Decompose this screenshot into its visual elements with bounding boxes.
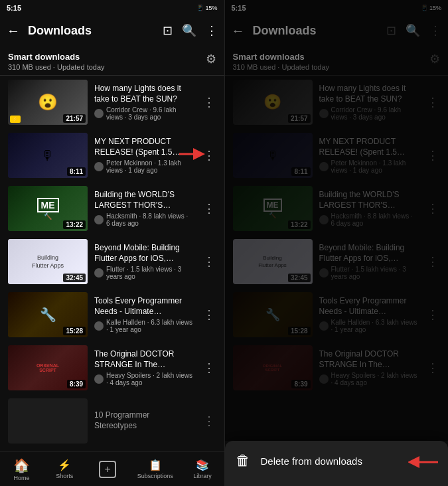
- list-item[interactable]: 🔧 15:28 Tools Every Programmer Needs - U…: [0, 288, 224, 341]
- video-title-4: Beyond Mobile: Building Flutter Apps for…: [94, 243, 194, 264]
- list-item[interactable]: ME 🔨 13:22 Building the WORLD'S LARGEST …: [0, 182, 224, 235]
- library-label-left: Library: [193, 473, 212, 479]
- subscriptions-label-left: Subscriptions: [137, 473, 173, 479]
- nav-subscriptions-left[interactable]: 📋 Subscriptions: [129, 455, 181, 483]
- home-icon-left: 🏠: [13, 457, 30, 473]
- thumb-duration-5: 15:28: [63, 327, 86, 335]
- video-title-7: 10 Programmer Stereotypes: [94, 410, 194, 431]
- video-info-3: Building the WORLD'S LARGEST THOR'S HAMM…: [94, 190, 194, 227]
- video-info-4: Beyond Mobile: Building Flutter Apps for…: [94, 243, 194, 280]
- arrow-indicator-right: [408, 453, 441, 473]
- video-meta-2: Peter Mckinnon · 1.3 lakh views · 1 day …: [94, 159, 194, 174]
- smart-subtitle-left: 310 MB used · Updated today: [8, 63, 105, 71]
- thumb-badge-1: ⚡: [10, 116, 21, 123]
- more-button-3[interactable]: ⋮: [200, 199, 218, 218]
- channel-dot-4: [94, 268, 104, 278]
- more-icon-left[interactable]: ⋮: [206, 23, 218, 38]
- header-icons-left: ⊡ 🔍 ⋮: [163, 23, 218, 38]
- smart-title-left: Smart downloads: [8, 52, 105, 62]
- status-bar-left: 5:15 📱 15%: [0, 0, 224, 15]
- thumbnail-4: Building Flutter Apps 32:45: [8, 239, 88, 284]
- channel-dot-2: [94, 162, 104, 171]
- nav-add-left[interactable]: +: [86, 457, 129, 482]
- video-meta-4: Flutter · 1.5 lakh views · 3 years ago: [94, 266, 194, 280]
- smart-downloads-left: Smart downloads 310 MB used · Updated to…: [0, 46, 224, 75]
- add-icon-inner-left: +: [105, 464, 111, 475]
- video-info-2: MY NEXT PRODUCT RELEASE! (Spent 1.5 year…: [94, 137, 194, 174]
- page-title-left: Downloads: [28, 24, 163, 38]
- settings-icon-left[interactable]: ⚙: [206, 52, 216, 66]
- battery-pct-left: 15%: [205, 5, 217, 11]
- thumb-duration-3: 13:22: [63, 220, 86, 229]
- more-button-4[interactable]: ⋮: [200, 252, 218, 272]
- list-item[interactable]: ORIGINALSCRIPT 8:39 The Original DOCTOR …: [0, 341, 224, 394]
- nav-library-left[interactable]: 📚 Library: [181, 455, 224, 483]
- video-meta-5: Kalle Hallden · 6.3 lakh views · 1 year …: [94, 319, 194, 333]
- video-title-5: Tools Every Programmer Needs - Ultimate …: [94, 296, 194, 317]
- library-icon-left: 📚: [196, 459, 209, 471]
- list-item[interactable]: 🎙 8:11 MY NEXT PRODUCT RELEASE! (Spent 1…: [0, 129, 224, 182]
- search-icon-left[interactable]: 🔍: [182, 23, 196, 38]
- video-sub-3: Hacksmith · 8.8 lakh views · 6 days ago: [106, 212, 194, 227]
- shorts-label-left: Shorts: [56, 473, 73, 479]
- video-title-1: How many Lights does it take to BEAT the…: [94, 84, 194, 104]
- smart-downloads-info-left: Smart downloads 310 MB used · Updated to…: [8, 52, 105, 71]
- home-label-left: Home: [13, 475, 29, 481]
- video-sub-4: Flutter · 1.5 lakh views · 3 years ago: [106, 266, 194, 280]
- channel-dot-6: [94, 374, 104, 384]
- video-sub-6: Heavy Spoilers · 2 lakh views · 4 days a…: [106, 372, 194, 386]
- shorts-icon-left: ⚡: [58, 459, 71, 471]
- right-panel: 5:15 📱 15% ← Downloads ⊡ 🔍 ⋮ Smart downl…: [224, 0, 449, 486]
- thumbnail-2: 🎙 8:11: [8, 133, 88, 178]
- back-button-left[interactable]: ←: [7, 23, 20, 39]
- video-sub-5: Kalle Hallden · 6.3 lakh views · 1 year …: [106, 319, 194, 333]
- time-left: 5:15: [7, 4, 21, 12]
- delete-label: Delete from downloads: [261, 455, 362, 467]
- thumbnail-3: ME 🔨 13:22: [8, 186, 88, 231]
- overlay-dim: [225, 0, 449, 441]
- thumbnail-1: 😮 ⚡ 21:57: [8, 80, 88, 125]
- bottom-nav-left: 🏠 Home ⚡ Shorts + 📋 Subscriptions 📚 Libr…: [0, 451, 224, 486]
- channel-dot-5: [94, 321, 104, 331]
- list-item[interactable]: Building Flutter Apps 32:45 Beyond Mobil…: [0, 235, 224, 288]
- trash-icon: 🗑: [236, 452, 250, 469]
- channel-dot-1: [94, 109, 104, 118]
- video-info-7: 10 Programmer Stereotypes: [94, 410, 194, 431]
- left-panel: 5:15 📱 15% ← Downloads ⊡ 🔍 ⋮ Smart downl…: [0, 0, 224, 486]
- nav-shorts-left[interactable]: ⚡ Shorts: [43, 455, 86, 483]
- thumbnail-7: [8, 398, 88, 444]
- battery-icon-left: 📱: [196, 5, 204, 11]
- thumb-duration-1: 21:57: [63, 114, 86, 123]
- add-icon-left: +: [99, 461, 116, 478]
- thumb-duration-6: 8:39: [67, 380, 86, 388]
- video-title-2: MY NEXT PRODUCT RELEASE! (Spent 1.5 year…: [94, 137, 194, 157]
- delete-action-sheet[interactable]: 🗑 Delete from downloads: [225, 441, 449, 486]
- nav-home-left[interactable]: 🏠 Home: [0, 453, 43, 485]
- header-left: ← Downloads ⊡ 🔍 ⋮: [0, 15, 224, 46]
- video-title-6: The Original DOCTOR STRANGE In The Multi…: [94, 349, 194, 370]
- thumbnail-6: ORIGINALSCRIPT 8:39: [8, 345, 88, 390]
- thumb-duration-2: 8:11: [67, 167, 86, 176]
- cast-icon-left[interactable]: ⊡: [163, 23, 173, 38]
- channel-dot-3: [94, 215, 104, 224]
- video-meta-6: Heavy Spoilers · 2 lakh views · 4 days a…: [94, 372, 194, 386]
- video-meta-3: Hacksmith · 8.8 lakh views · 6 days ago: [94, 212, 194, 227]
- video-meta-1: Corridor Crew · 9.6 lakh views · 3 days …: [94, 106, 194, 121]
- video-info-1: How many Lights does it take to BEAT the…: [94, 84, 194, 121]
- video-list-left[interactable]: 😮 ⚡ 21:57 How many Lights does it take t…: [0, 76, 224, 451]
- more-button-6[interactable]: ⋮: [200, 358, 218, 378]
- video-sub-2: Peter Mckinnon · 1.3 lakh views · 1 day …: [106, 159, 194, 174]
- list-item[interactable]: 😮 ⚡ 21:57 How many Lights does it take t…: [0, 76, 224, 129]
- list-item[interactable]: 10 Programmer Stereotypes ⋮: [0, 394, 224, 447]
- more-button-2[interactable]: ⋮: [200, 145, 218, 165]
- video-info-6: The Original DOCTOR STRANGE In The Multi…: [94, 349, 194, 386]
- more-button-7[interactable]: ⋮: [200, 411, 218, 431]
- video-info-5: Tools Every Programmer Needs - Ultimate …: [94, 296, 194, 333]
- more-button-1[interactable]: ⋮: [200, 92, 218, 112]
- video-sub-1: Corridor Crew · 9.6 lakh views · 3 days …: [106, 106, 194, 121]
- subscriptions-icon-left: 📋: [149, 459, 162, 471]
- thumbnail-5: 🔧 15:28: [8, 292, 88, 337]
- thumb-duration-4: 32:45: [63, 274, 86, 282]
- more-button-5[interactable]: ⋮: [200, 305, 218, 325]
- video-title-3: Building the WORLD'S LARGEST THOR'S HAMM…: [94, 190, 194, 210]
